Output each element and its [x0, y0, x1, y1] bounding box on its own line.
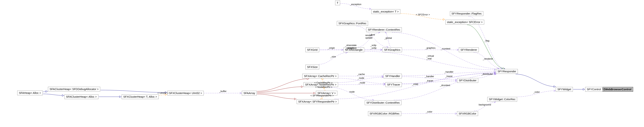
edge-label: _buffer — [219, 90, 226, 93]
edge-label: _rcontext — [441, 47, 450, 50]
node-SFYResponder_FlagRec[interactable]: SFYResponder::FlagRec — [450, 11, 484, 16]
edge-label: _color — [426, 111, 432, 113]
edge-SFAArray-SFXArray_SFYResponderPtr — [257, 94, 296, 99]
edge-SFYHandler-SFYResponder — [402, 72, 496, 76]
node-SFXArray_NodeRecPtr[interactable]: SFXArray< NodeRecPtr > — [304, 82, 338, 87]
edge-SFXRectangle-SFYRenderer_ContextRec — [358, 32, 380, 47]
edge-SFAArray-SFXArray_CacheRecPtr — [257, 79, 309, 91]
edge-label: _handler — [425, 75, 434, 78]
node-SFYTracer[interactable]: SFYTracer — [386, 82, 402, 87]
node-static_exception_T[interactable]: static_exception< T > — [371, 9, 400, 14]
edge-SFYDistributer_ContextRec-SFYResponder — [394, 74, 496, 100]
edge-label: < SFCError > — [416, 13, 430, 16]
node-SFXArray_SFYResponderPtr[interactable]: SFXArray< SFYResponderPtr > — [297, 99, 338, 104]
node-SFYDistributer_ContextRec[interactable]: SFYDistributer::ContextRec — [365, 100, 402, 105]
edge-SFYHandler-SFYDistributer — [402, 77, 457, 80]
edge-SFXRectangle-SFYResponder — [365, 51, 496, 70]
edge-SFXSize-SFXRectangle — [319, 53, 347, 64]
edge-label: _size — [330, 55, 336, 58]
edge-SFXArray_CacheRecPtr-SFYTracer — [338, 78, 385, 84]
node-SFAHeap_Alloc[interactable]: SFAHeap< Alloc > — [17, 91, 43, 95]
edge-label: _dcontext — [440, 84, 450, 87]
edge-label: _tracer — [445, 75, 452, 78]
edges-layer — [0, 0, 644, 127]
node-SFYRenderer_ContextRec[interactable]: SFYRenderer::ContextRec — [366, 27, 402, 32]
node-SFXSize[interactable]: SFXSize — [306, 65, 319, 69]
edge-label: _exception — [350, 3, 361, 6]
edge-SFXRGBColor-SFYWidget_ColorRec — [474, 102, 496, 111]
edge-SFXArray_V-SFXArray_SFYResponderPtr — [320, 96, 324, 99]
edge-SFXArray_NodeRecPtr-SFYHandler — [338, 77, 384, 82]
node-SFYResponder[interactable]: SFYResponder — [496, 69, 518, 74]
edge-label: _origin — [328, 47, 335, 49]
node-SFXRGBColor[interactable]: SFXRGBColor — [457, 111, 478, 116]
edge-SFXClusterHeap_T_Alloc-SFXClusterHeap_UInt32 — [159, 95, 167, 95]
edge-label: _global — [384, 37, 392, 39]
edge-label: node — [349, 91, 354, 93]
edge-SFYRenderer-SFYResponder — [474, 53, 502, 69]
edge-label: _child — [412, 83, 418, 86]
edge-SFYWidget_ColorRec-SFYWidget — [518, 91, 556, 97]
edge-label: _xclip _uclip — [370, 44, 376, 49]
edge-label: < UInt32 > — [158, 92, 168, 95]
edge-label: background — [479, 104, 491, 106]
edge-SFYDistributer-SFYResponder — [478, 74, 496, 78]
edge-SFYTracer-SFYResponder — [402, 73, 496, 84]
node-SFYWidget[interactable]: SFYWidget — [556, 87, 573, 92]
node-SFYHandler[interactable]: SFYHandler — [384, 74, 402, 78]
node-SFYControl[interactable]: SFYControl — [585, 87, 602, 92]
node-SFYRenderer[interactable]: SFYRenderer — [459, 47, 479, 52]
node-SFXArray_V[interactable]: SFXArray< V > — [316, 91, 338, 96]
node-SFXClusterHeap_UInt32[interactable]: SFXClusterHeap< UInt32 > — [168, 91, 204, 96]
node-SFXGrid[interactable]: SFXGrid — [306, 47, 319, 52]
node-SFAArray[interactable]: SFAArray — [242, 91, 257, 96]
node-SFAClusterHeap_Alloc[interactable]: SFAClusterHeap< Alloc > — [64, 94, 98, 99]
edge-label: _font — [370, 33, 375, 36]
node-SFXClusterHeap_T_Alloc[interactable]: SFXClusterHeap< T, Alloc > — [122, 94, 159, 99]
edge-label: _cache — [357, 73, 365, 76]
edge-SFAClusterHeap_SFDDebugAllocator-SFXClusterHeap_UInt32 — [100, 90, 167, 92]
node-SFYDistributer[interactable]: SFYDistributer — [457, 78, 478, 83]
edge-SFYResponder-SFYWidget — [516, 74, 556, 87]
edge-T-static_exception_T — [340, 3, 371, 9]
node-SFZWebBrowserControl[interactable]: SFZWebBrowserControl — [598, 87, 633, 92]
edge-SFXArray_V-SFXArray_NodeRecPtr — [323, 87, 325, 90]
edge-label: _node — [358, 82, 365, 84]
edge-SFXGraphics-SFYRenderer_ContextRec — [385, 32, 391, 47]
edge-SFAArray-SFXArray_NodeRecPtr — [257, 87, 303, 92]
edge-SFYRenderer_ContextRec-SFYResponder — [392, 32, 499, 69]
edge-label: _virtual _real — [426, 55, 434, 60]
edge-SFAHeap_Alloc-SFAClusterHeap_SFDDebugAllocator — [43, 92, 48, 92]
edge-label: _graphics — [425, 47, 436, 49]
node-SFXArray_CacheRecPtr[interactable]: SFXArray< CacheRecPtr > — [302, 74, 338, 78]
edge-SFXArray_SFYResponderPtr-SFYResponder — [334, 73, 496, 99]
edge-label: _tracer — [426, 80, 433, 82]
edge-label: _handler — [444, 71, 454, 73]
edge-static_exception_SFCError-SFYResponder — [467, 25, 504, 69]
node-SFXRectangle[interactable]: SFXRectangle — [344, 47, 364, 52]
node-SFXRGBColor_RGBRec[interactable]: SFXRGBColor::RGBRec — [368, 111, 401, 116]
edge-label: _color — [533, 91, 540, 94]
edge-label: _flag — [484, 39, 489, 42]
node-SFYWidget_ColorRec[interactable]: SFYWidget::ColorRec — [487, 97, 517, 102]
node-SFAClusterHeap_SFDDebugAllocator[interactable]: SFAClusterHeap< SFDDebugAllocator > — [48, 87, 100, 92]
edge-SFAHeap_Alloc-SFAClusterHeap_Alloc — [43, 94, 64, 96]
edge-SFYTracer-SFYDistributer — [402, 81, 457, 84]
node-SFXGraphics_FontRec[interactable]: SFXGraphics::FontRec — [337, 21, 368, 26]
edge-label: _distributer — [481, 73, 493, 76]
edge-label: _renderer — [483, 58, 493, 60]
node-static_exception_SFCError[interactable]: static_exception< SFCError > — [445, 20, 484, 24]
edge-label: _node — [358, 77, 364, 80]
node-T[interactable]: T — [335, 0, 340, 5]
edge-static_exception_T-static_exception_SFCError — [401, 13, 445, 19]
edge-label: render update — [365, 34, 372, 39]
node-SFXGraphics[interactable]: SFXGraphics — [382, 47, 402, 52]
